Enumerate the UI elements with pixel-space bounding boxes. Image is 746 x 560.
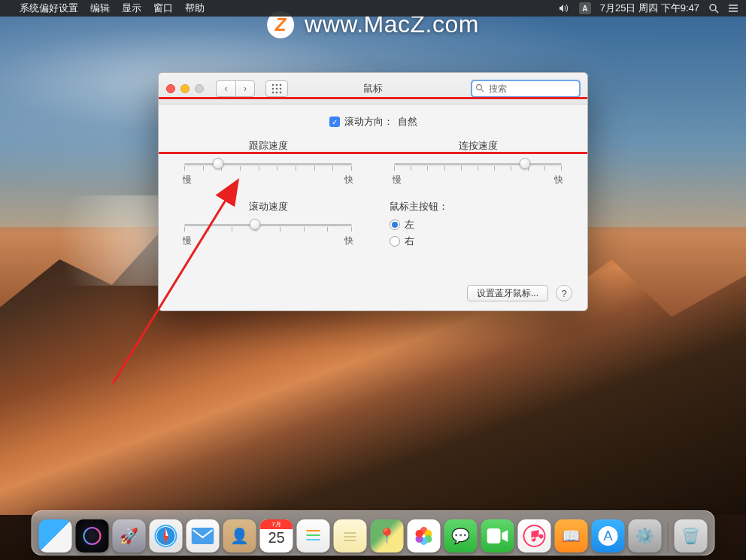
dock-safari-icon[interactable] [150,519,183,552]
tracking-speed-slider[interactable] [184,157,352,171]
minimize-button[interactable] [180,84,190,93]
dock-appstore-icon[interactable]: A [592,519,625,552]
dock-contacts-icon[interactable]: 👤 [223,519,256,552]
dock-itunes-icon[interactable] [518,519,551,552]
doubleclick-speed-slider[interactable] [394,157,562,171]
svg-rect-34 [487,528,501,543]
svg-point-5 [272,83,274,86]
scroll-direction-row: ✓ 滚动方向： 自然 [180,115,566,129]
svg-point-33 [416,530,423,537]
dock-separator [668,522,669,552]
dock: 🚀 👤 7月 25 📍 💬 📖 A ⚙️ 🗑️ [32,510,715,555]
dock-maps-icon[interactable]: 📍 [371,519,404,552]
svg-point-0 [710,5,716,11]
dock-mail-icon[interactable] [186,519,220,552]
menubar: 系统偏好设置 编辑 显示 窗口 帮助 A 7月25日 周四 下午9:47 [0,0,746,17]
menubar-clock[interactable]: 7月25日 周四 下午9:47 [600,2,699,15]
nav-segment: ‹ › [216,80,255,97]
dock-launchpad-icon[interactable]: 🚀 [113,519,146,552]
spotlight-icon[interactable] [708,3,719,14]
scrolling-min: 慢 [183,235,192,247]
svg-point-14 [477,84,482,89]
traffic-lights [166,84,204,93]
scrolling-max: 快 [344,235,353,247]
mouse-preferences-window: ‹ › 鼠标 ✓ 滚动方向： 自然 跟踪速度 [158,72,588,311]
window-titlebar[interactable]: ‹ › 鼠标 [159,73,587,104]
primary-button-group: 鼠标主按钮： 左 右 [390,200,566,248]
scroll-direction-label: 滚动方向： [344,115,393,129]
scrolling-speed-group: 滚动速度 慢 快 [180,200,356,247]
input-source-icon[interactable]: A [579,2,591,14]
tracking-min: 慢 [183,174,192,186]
svg-line-15 [481,89,484,92]
help-button[interactable]: ? [556,285,572,301]
volume-icon[interactable] [559,4,570,13]
dock-reminders-icon[interactable] [297,519,330,552]
back-button[interactable]: ‹ [216,80,235,97]
show-all-button[interactable] [265,80,288,97]
svg-line-1 [715,10,718,13]
tracking-max: 快 [344,174,353,186]
svg-point-9 [276,87,278,89]
dock-calendar-day: 25 [268,529,284,546]
dock-messages-icon[interactable]: 💬 [444,519,478,552]
scrolling-speed-label: 滚动速度 [180,200,356,213]
radio-left-icon [390,219,400,230]
close-button[interactable] [166,84,175,93]
svg-point-6 [276,83,278,86]
menu-view[interactable]: 显示 [122,2,141,15]
setup-bluetooth-mouse-button[interactable]: 设置蓝牙鼠标... [467,285,548,301]
dock-facetime-icon[interactable] [481,519,514,552]
scroll-direction-value: 自然 [398,115,417,129]
dock-finder-icon[interactable] [39,519,72,552]
doubleclick-max: 快 [554,174,563,186]
tracking-speed-group: 跟踪速度 慢 快 [180,139,356,186]
scroll-direction-checkbox[interactable]: ✓ [329,117,340,127]
svg-point-13 [280,91,282,93]
doubleclick-min: 慢 [393,174,402,186]
dock-ibooks-icon[interactable]: 📖 [555,519,588,552]
svg-point-7 [280,83,282,86]
dock-calendar-icon[interactable]: 7月 25 [260,519,293,552]
svg-rect-21 [192,528,214,544]
tracking-speed-label: 跟踪速度 [180,139,356,153]
zoom-button[interactable] [195,84,204,93]
dock-siri-icon[interactable] [76,519,109,552]
svg-point-17 [84,528,101,544]
search-icon [475,83,484,95]
dock-calendar-month: 7月 [260,519,293,529]
primary-button-left[interactable]: 左 [390,218,566,232]
scrolling-speed-slider[interactable] [184,218,352,232]
svg-point-12 [276,91,278,93]
svg-point-10 [280,87,282,89]
svg-text:A: A [603,528,612,543]
dock-trash-icon[interactable]: 🗑️ [675,519,708,552]
primary-button-label: 鼠标主按钮： [390,200,566,213]
doubleclick-speed-group: 连按速度 慢 快 [390,139,566,186]
doubleclick-speed-label: 连按速度 [390,139,566,153]
svg-point-11 [272,91,274,93]
dock-photos-icon[interactable] [408,519,441,552]
primary-button-right[interactable]: 右 [390,235,566,248]
notification-center-icon[interactable] [728,4,738,13]
menu-window[interactable]: 窗口 [153,2,173,15]
dock-notes-icon[interactable] [334,519,367,552]
forward-button[interactable]: › [235,80,255,97]
menu-help[interactable]: 帮助 [185,2,205,15]
search-input[interactable] [472,80,580,97]
window-title: 鼠标 [363,82,383,95]
svg-point-8 [272,87,274,89]
radio-right-icon [390,236,400,247]
app-name[interactable]: 系统偏好设置 [20,2,78,15]
dock-system-preferences-icon[interactable]: ⚙️ [629,519,662,552]
menu-edit[interactable]: 编辑 [90,2,110,15]
